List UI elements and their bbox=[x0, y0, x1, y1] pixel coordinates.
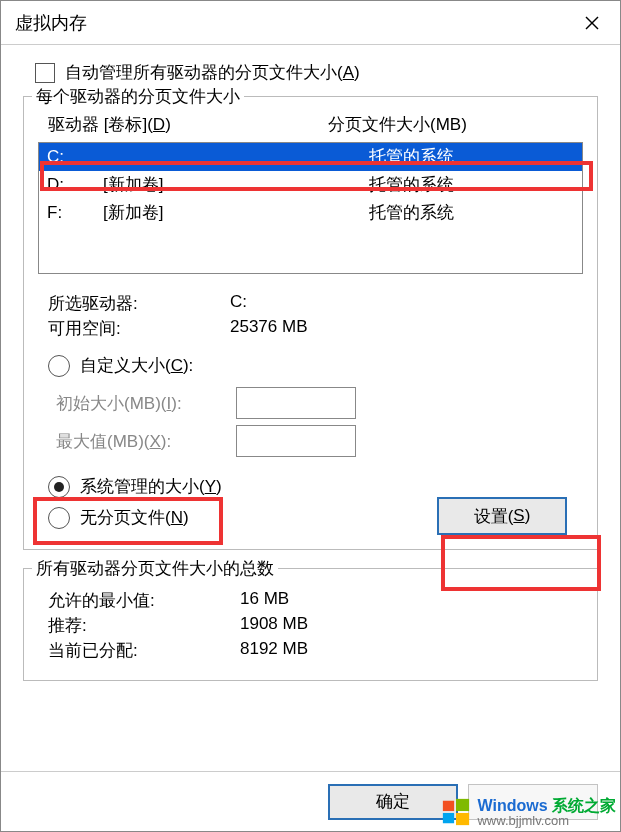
page-column-header: 分页文件大小(MB) bbox=[328, 113, 581, 136]
current-value: 8192 MB bbox=[240, 639, 308, 662]
per-drive-group: 每个驱动器的分页文件大小 驱动器 [卷标](D) 分页文件大小(MB) C: 托… bbox=[23, 96, 598, 550]
close-icon bbox=[585, 16, 599, 30]
dialog-buttons: 确定 bbox=[1, 771, 620, 831]
current-row: 当前已分配: 8192 MB bbox=[48, 639, 585, 662]
custom-size-option[interactable]: 自定义大小(C): bbox=[36, 350, 585, 381]
min-allowed-row: 允许的最小值: 16 MB bbox=[48, 589, 585, 612]
drive-letter: D: bbox=[47, 173, 103, 197]
max-size-row: 最大值(MB)(X): bbox=[56, 425, 585, 457]
no-paging-label: 无分页文件(N) bbox=[80, 506, 189, 529]
initial-size-row: 初始大小(MB)(I): bbox=[56, 387, 585, 419]
drive-label: [新加卷] bbox=[103, 201, 369, 225]
close-button[interactable] bbox=[564, 1, 620, 44]
drive-status: 托管的系统 bbox=[369, 145, 574, 169]
min-allowed-value: 16 MB bbox=[240, 589, 289, 612]
drive-column-header: 驱动器 [卷标](D) bbox=[48, 113, 328, 136]
free-space-row: 可用空间: 25376 MB bbox=[48, 317, 585, 340]
initial-size-input[interactable] bbox=[236, 387, 356, 419]
totals-group-label: 所有驱动器分页文件大小的总数 bbox=[32, 557, 278, 580]
drive-status: 托管的系统 bbox=[369, 201, 574, 225]
cancel-button[interactable] bbox=[468, 784, 598, 820]
recommended-row: 推荐: 1908 MB bbox=[48, 614, 585, 637]
drive-label: [新加卷] bbox=[103, 173, 369, 197]
drive-letter: C: bbox=[47, 145, 103, 169]
system-managed-label: 系统管理的大小(Y) bbox=[80, 475, 222, 498]
selected-drive-value: C: bbox=[230, 292, 247, 315]
drive-list-header: 驱动器 [卷标](D) 分页文件大小(MB) bbox=[36, 111, 585, 140]
drive-list[interactable]: C: 托管的系统 D: [新加卷] 托管的系统 F: [新加卷] 托管的系统 bbox=[38, 142, 583, 274]
content-area: 自动管理所有驱动器的分页文件大小(A) 每个驱动器的分页文件大小 驱动器 [卷标… bbox=[1, 45, 620, 771]
free-space-value: 25376 MB bbox=[230, 317, 308, 340]
free-space-label: 可用空间: bbox=[48, 317, 230, 340]
virtual-memory-dialog: 虚拟内存 自动管理所有驱动器的分页文件大小(A) 每个驱动器的分页文件大小 驱动… bbox=[0, 0, 621, 832]
drive-row-c[interactable]: C: 托管的系统 bbox=[39, 143, 582, 171]
custom-size-label: 自定义大小(C): bbox=[80, 354, 193, 377]
current-label: 当前已分配: bbox=[48, 639, 240, 662]
system-managed-radio[interactable] bbox=[48, 476, 70, 498]
auto-manage-row[interactable]: 自动管理所有驱动器的分页文件大小(A) bbox=[23, 61, 598, 84]
drive-status: 托管的系统 bbox=[369, 173, 574, 197]
auto-manage-checkbox[interactable] bbox=[35, 63, 55, 83]
initial-size-label: 初始大小(MB)(I): bbox=[56, 392, 236, 415]
drive-letter: F: bbox=[47, 201, 103, 225]
per-drive-group-label: 每个驱动器的分页文件大小 bbox=[32, 85, 244, 108]
selected-drive-label: 所选驱动器: bbox=[48, 292, 230, 315]
auto-manage-label: 自动管理所有驱动器的分页文件大小(A) bbox=[65, 61, 360, 84]
titlebar: 虚拟内存 bbox=[1, 1, 620, 45]
window-title: 虚拟内存 bbox=[15, 11, 564, 35]
no-paging-radio[interactable] bbox=[48, 507, 70, 529]
set-button[interactable]: 设置(S) bbox=[437, 497, 567, 535]
recommended-label: 推荐: bbox=[48, 614, 240, 637]
totals-group: 所有驱动器分页文件大小的总数 允许的最小值: 16 MB 推荐: 1908 MB… bbox=[23, 568, 598, 681]
drive-row-f[interactable]: F: [新加卷] 托管的系统 bbox=[39, 199, 582, 227]
ok-button[interactable]: 确定 bbox=[328, 784, 458, 820]
drive-info: 所选驱动器: C: 可用空间: 25376 MB bbox=[36, 292, 585, 340]
max-size-input[interactable] bbox=[236, 425, 356, 457]
selected-drive-row: 所选驱动器: C: bbox=[48, 292, 585, 315]
drive-row-d[interactable]: D: [新加卷] 托管的系统 bbox=[39, 171, 582, 199]
max-size-label: 最大值(MB)(X): bbox=[56, 430, 236, 453]
recommended-value: 1908 MB bbox=[240, 614, 308, 637]
drive-label bbox=[103, 145, 369, 169]
custom-size-radio[interactable] bbox=[48, 355, 70, 377]
min-allowed-label: 允许的最小值: bbox=[48, 589, 240, 612]
